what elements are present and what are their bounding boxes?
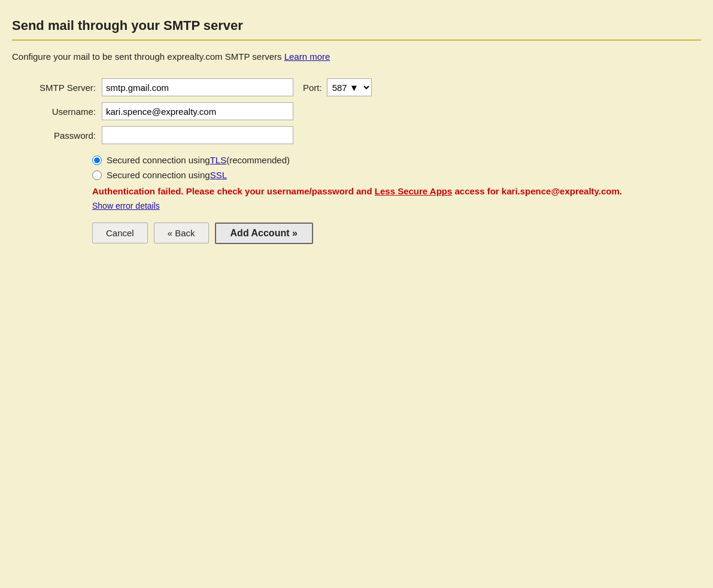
tls-radio[interactable]: [92, 156, 102, 165]
subtitle-text: Configure your mail to be sent through e…: [12, 51, 284, 62]
ssl-radio-row: Secured connection using SSL: [92, 170, 701, 180]
smtp-server-label: SMTP Server:: [30, 83, 102, 93]
show-error-details-link[interactable]: Show error details: [92, 201, 701, 211]
username-label: Username:: [30, 106, 102, 117]
error-section: Authentication failed. Please check your…: [92, 185, 701, 211]
error-message: Authentication failed. Please check your…: [92, 186, 622, 196]
cancel-button[interactable]: Cancel: [92, 223, 148, 243]
smtp-server-input[interactable]: [102, 78, 293, 96]
back-button[interactable]: « Back: [154, 223, 209, 243]
password-input[interactable]: [102, 126, 293, 144]
error-text-part1: Authentication failed. Please check your…: [92, 186, 375, 196]
ssl-link[interactable]: SSL: [210, 170, 227, 180]
tls-link[interactable]: TLS: [210, 155, 227, 165]
port-select[interactable]: 587 ▼ 465 25: [327, 78, 372, 96]
smtp-form: SMTP Server: Port: 587 ▼ 465 25 Username…: [30, 78, 701, 144]
learn-more-link[interactable]: Learn more: [284, 51, 330, 62]
page-title: Send mail through your SMTP server: [12, 18, 701, 33]
username-row: Username:: [30, 102, 701, 120]
add-account-button[interactable]: Add Account »: [215, 223, 313, 244]
port-label: Port:: [303, 83, 322, 93]
password-label: Password:: [30, 130, 102, 141]
radio-section: Secured connection using TLS (recommende…: [92, 155, 701, 180]
username-input[interactable]: [102, 102, 293, 120]
error-text-part2: access for kari.spence@exprealty.com.: [452, 186, 622, 196]
less-secure-apps-link[interactable]: Less Secure Apps: [375, 186, 453, 196]
subtitle: Configure your mail to be sent through e…: [12, 51, 701, 62]
ssl-label-text: Secured connection using: [107, 170, 210, 180]
title-divider: [12, 39, 701, 41]
tls-suffix: (recommended): [226, 155, 290, 165]
smtp-server-row: SMTP Server: Port: 587 ▼ 465 25: [30, 78, 701, 96]
password-row: Password:: [30, 126, 701, 144]
tls-radio-row: Secured connection using TLS (recommende…: [92, 155, 701, 165]
ssl-radio[interactable]: [92, 170, 102, 180]
button-row: Cancel « Back Add Account »: [92, 223, 701, 244]
tls-label-text: Secured connection using: [107, 155, 210, 165]
